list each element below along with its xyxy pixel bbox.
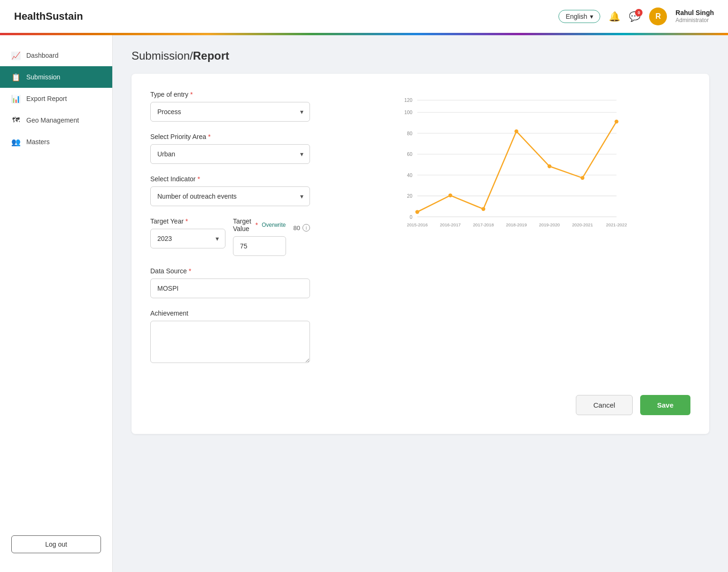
data-source-label: Data Source * [150, 267, 310, 275]
indicator-wrapper: Number of outreach events ▾ [150, 186, 310, 206]
dashboard-icon: 📈 [11, 51, 21, 60]
form-card: Type of entry * Process ▾ [132, 74, 709, 434]
svg-text:2018-2019: 2018-2019 [506, 223, 527, 227]
target-row: Target Year * 2023 ▾ [150, 217, 310, 256]
required-marker-6: * [189, 267, 191, 275]
form-column: Type of entry * Process ▾ [150, 91, 310, 376]
data-source-group: Data Source * [150, 267, 310, 298]
svg-text:120: 120 [404, 98, 412, 103]
form-chart-row: Type of entry * Process ▾ [150, 91, 690, 376]
indicator-label: Select Indicator * [150, 175, 310, 183]
notifications-button[interactable]: 🔔 [609, 11, 620, 22]
indicator-select[interactable]: Number of outreach events [150, 186, 310, 206]
target-year-label: Target Year * [150, 217, 225, 225]
sidebar: 📈 Dashboard 📋 Submission 📊 Export Report… [0, 35, 113, 572]
masters-icon: 👥 [11, 137, 21, 147]
geo-management-icon: 🗺 [11, 116, 21, 125]
sidebar-item-masters[interactable]: 👥 Masters [0, 131, 112, 153]
required-marker-4: * [186, 217, 188, 225]
priority-area-group: Select Priority Area * Urban ▾ [150, 133, 310, 164]
priority-area-wrapper: Urban ▾ [150, 144, 310, 164]
header-right: English ▾ 🔔 💬 0 R Rahul Singh Administra… [558, 8, 714, 25]
sidebar-label-geo-management: Geo Management [26, 116, 79, 124]
type-of-entry-wrapper: Process ▾ [150, 102, 310, 122]
svg-text:2021-2022: 2021-2022 [606, 223, 627, 227]
svg-text:100: 100 [404, 110, 412, 115]
sidebar-label-masters: Masters [26, 138, 50, 146]
user-info: Rahul Singh Administrator [675, 8, 714, 24]
required-marker-5: * [256, 221, 258, 229]
target-row-group: Target Year * 2023 ▾ [150, 217, 310, 256]
svg-point-24 [514, 129, 518, 133]
data-source-input[interactable] [150, 278, 310, 298]
required-marker: * [190, 91, 193, 98]
svg-text:0: 0 [410, 215, 412, 220]
svg-text:40: 40 [407, 173, 413, 178]
export-report-icon: 📊 [11, 94, 21, 103]
user-name: Rahul Singh [675, 8, 714, 17]
priority-area-select[interactable]: Urban [150, 144, 310, 164]
cancel-button[interactable]: Cancel [576, 395, 633, 415]
messages-badge: 0 [635, 9, 643, 16]
sidebar-label-dashboard: Dashboard [26, 52, 59, 59]
target-year-col: Target Year * 2023 ▾ [150, 217, 225, 248]
svg-point-26 [581, 176, 584, 180]
svg-point-22 [449, 193, 452, 197]
main-content: Submission/Report Type of entry * Proces… [113, 35, 728, 572]
user-role: Administrator [675, 17, 714, 24]
type-of-entry-group: Type of entry * Process ▾ [150, 91, 310, 122]
svg-text:2019-2020: 2019-2020 [539, 223, 560, 227]
sidebar-item-geo-management[interactable]: 🗺 Geo Management [0, 109, 112, 131]
sidebar-item-export-report[interactable]: 📊 Export Report [0, 88, 112, 109]
type-of-entry-select[interactable]: Process [150, 102, 310, 122]
sidebar-label-submission: Submission [26, 73, 60, 81]
svg-point-23 [481, 207, 485, 211]
target-year-select[interactable]: 2023 [150, 229, 225, 248]
info-icon[interactable]: i [302, 224, 310, 232]
sidebar-item-dashboard[interactable]: 📈 Dashboard [0, 45, 112, 66]
target-year-wrapper: 2023 ▾ [150, 229, 225, 248]
achievement-label: Achievement [150, 309, 310, 317]
save-button[interactable]: Save [640, 395, 690, 415]
svg-text:60: 60 [407, 152, 413, 157]
achievement-input[interactable] [150, 321, 310, 363]
chart-column: 0 20 40 60 80 100 120 2015-2016 2016-201… [329, 91, 690, 376]
logout-button[interactable]: Log out [11, 535, 101, 553]
svg-text:2017-2018: 2017-2018 [473, 223, 494, 227]
priority-area-label: Select Priority Area * [150, 133, 310, 140]
svg-text:2015-2016: 2015-2016 [407, 223, 427, 227]
svg-point-25 [548, 164, 551, 168]
logout-area: Log out [0, 526, 112, 563]
target-hint: 80 i [294, 224, 310, 232]
avatar: R [649, 8, 667, 25]
svg-text:80: 80 [407, 131, 413, 136]
logo: HealthSustain [14, 10, 83, 23]
type-of-entry-label: Type of entry * [150, 91, 310, 98]
svg-text:2016-2017: 2016-2017 [440, 223, 461, 227]
line-chart: 0 20 40 60 80 100 120 2015-2016 2016-201… [329, 95, 690, 236]
header: HealthSustain English ▾ 🔔 💬 0 R Rahul Si… [0, 0, 728, 33]
action-row: Cancel Save [150, 395, 690, 415]
svg-text:20: 20 [407, 193, 413, 199]
submission-icon: 📋 [11, 72, 21, 82]
svg-point-21 [415, 210, 419, 214]
messages-button[interactable]: 💬 0 [629, 11, 641, 22]
target-value-col: Target Value * Overwrite [233, 217, 286, 256]
language-selector[interactable]: English ▾ [558, 10, 600, 23]
sidebar-label-export-report: Export Report [26, 95, 67, 102]
target-value-label: Target Value * Overwrite [233, 217, 286, 232]
indicator-group: Select Indicator * Number of outreach ev… [150, 175, 310, 206]
achievement-group: Achievement [150, 309, 310, 365]
required-marker-2: * [208, 133, 210, 140]
svg-point-27 [614, 120, 618, 124]
svg-text:2020-2021: 2020-2021 [572, 223, 593, 227]
page-title: Submission/Report [132, 49, 709, 62]
sidebar-item-submission[interactable]: 📋 Submission [0, 66, 112, 88]
required-marker-3: * [198, 175, 200, 183]
layout: 📈 Dashboard 📋 Submission 📊 Export Report… [0, 35, 728, 572]
target-value-input[interactable] [233, 236, 286, 256]
overwrite-link[interactable]: Overwrite [262, 222, 286, 228]
chart-container: 0 20 40 60 80 100 120 2015-2016 2016-201… [329, 95, 690, 236]
